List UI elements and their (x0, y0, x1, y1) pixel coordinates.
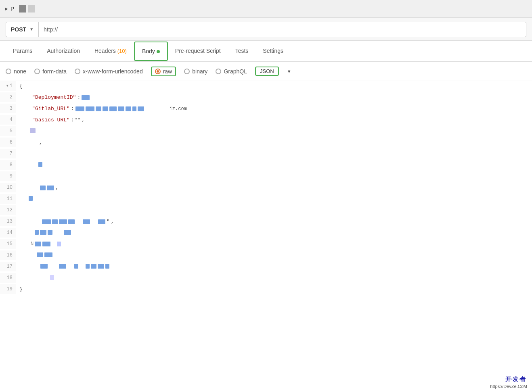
watermark-url: https://DevZe.CoM (490, 384, 527, 389)
redacted-block (52, 219, 58, 224)
code-line-2: 2 "DeploymentID" : (0, 92, 532, 104)
method-dropdown[interactable]: POST ▼ (6, 22, 39, 37)
top-bar: ▶ P (0, 0, 532, 18)
code-line-17: 17 (0, 262, 532, 273)
tab-settings[interactable]: Settings (256, 42, 291, 60)
collapse-icon[interactable]: ▼ (6, 84, 8, 88)
redacted-block (35, 230, 39, 235)
line-num-17: 17 (0, 262, 16, 271)
square-light (28, 5, 35, 13)
radio-none-label: none (14, 68, 26, 75)
redacted-block (59, 264, 66, 269)
line-content-6: , (16, 138, 532, 148)
radio-binary-label: binary (192, 68, 207, 75)
tab-pre-request-label: Pre-request Script (175, 48, 221, 54)
code-line-18: 18 (0, 273, 532, 284)
tab-body[interactable]: Body (134, 42, 168, 61)
redacted-block (30, 128, 36, 133)
radio-form-data-circle (34, 69, 40, 74)
line-content-9 (16, 171, 532, 175)
code-line-15: 15 N (0, 239, 532, 250)
color-squares (19, 5, 35, 13)
redacted-block (64, 230, 71, 235)
headers-badge: (10) (117, 48, 127, 54)
radio-raw[interactable]: raw (151, 67, 176, 76)
body-dot (157, 50, 160, 53)
redacted-block (103, 106, 108, 111)
redacted-block (109, 106, 117, 111)
line-content-8 (16, 160, 532, 169)
redacted-block (42, 219, 51, 224)
line-num-10: 10 (0, 183, 16, 192)
line-num-9: 9 (0, 171, 16, 181)
tab-pre-request[interactable]: Pre-request Script (168, 42, 228, 60)
code-line-5: 5 (0, 126, 532, 138)
redacted-block (118, 106, 124, 111)
line-content-1: { (16, 81, 532, 91)
tab-params[interactable]: Params (6, 42, 40, 60)
tabs-bar: Params Authorization Headers (10) Body P… (0, 41, 532, 62)
line-content-5 (16, 126, 532, 135)
line-content-4: "basics_URL" :"" , (16, 115, 532, 125)
expand-arrow-icon[interactable]: ▶ (5, 6, 8, 11)
redacted-block (91, 264, 96, 269)
redacted-block (47, 186, 54, 190)
redacted-block (138, 106, 144, 111)
redacted-block (82, 95, 90, 100)
line-num-2: 2 (0, 92, 16, 102)
code-line-11: 11 (0, 194, 532, 205)
line-content-14 (16, 228, 532, 237)
radio-x-www-form-label: x-www-form-urlencoded (83, 68, 143, 75)
code-line-8: 8 (0, 160, 532, 171)
code-line-19: 19 } (0, 284, 532, 296)
radio-none[interactable]: none (6, 68, 26, 75)
line-num-13: 13 (0, 217, 16, 226)
line-num-5: 5 (0, 126, 16, 136)
radio-form-data[interactable]: form-data (34, 68, 67, 75)
line-content-3: "Gitlab_URL" : iz.com (16, 104, 532, 114)
body-type-selector: none form-data x-www-form-urlencoded raw… (0, 62, 532, 81)
tab-headers-label: Headers (94, 48, 117, 54)
tab-headers[interactable]: Headers (10) (87, 42, 134, 60)
tab-body-label: Body (142, 48, 155, 54)
chevron-down-icon: ▼ (29, 27, 34, 31)
main-content: ▶ P POST ▼ Params Authorization Headers … (0, 0, 532, 392)
tab-tests[interactable]: Tests (228, 42, 256, 60)
redacted-block (75, 106, 84, 111)
code-editor[interactable]: ▼ 1 { 2 "DeploymentID" : 3 "Gitlab_URL" … (0, 81, 532, 392)
radio-graphql-circle (216, 69, 221, 74)
tab-authorization[interactable]: Authorization (40, 42, 87, 60)
radio-raw-label: raw (163, 68, 172, 75)
format-dropdown-arrow[interactable]: ▼ (287, 69, 291, 74)
redacted-block (132, 106, 136, 111)
radio-form-data-label: form-data (42, 68, 67, 75)
redacted-block (29, 196, 33, 201)
radio-x-www-form[interactable]: x-www-form-urlencoded (75, 68, 143, 75)
code-line-9: 9 (0, 171, 532, 183)
line-content-10: , (16, 183, 532, 193)
radio-graphql[interactable]: GraphQL (216, 68, 247, 75)
line-num-14: 14 (0, 228, 16, 238)
radio-binary[interactable]: binary (184, 68, 207, 75)
tab-tests-label: Tests (235, 48, 249, 54)
line-content-13: " , (16, 217, 532, 227)
line-num-4: 4 (0, 115, 16, 125)
redacted-block (48, 230, 52, 235)
code-line-3: 3 "Gitlab_URL" : iz.com (0, 104, 532, 115)
redacted-block (37, 252, 43, 257)
url-input[interactable] (39, 22, 526, 37)
redacted-block (57, 242, 61, 246)
tab-settings-label: Settings (263, 48, 283, 54)
code-line-14: 14 (0, 228, 532, 239)
line-num-8: 8 (0, 160, 16, 170)
line-num-18: 18 (0, 273, 16, 283)
redacted-block (83, 219, 90, 224)
code-line-7: 7 (0, 149, 532, 160)
method-label: POST (11, 26, 26, 33)
code-line-6: 6 , (0, 138, 532, 149)
code-line-13: 13 " , (0, 217, 532, 228)
json-format-badge[interactable]: JSON (255, 67, 279, 76)
url-bar: POST ▼ (0, 18, 532, 41)
watermark-chinese: 开·发·者 (490, 375, 527, 384)
redacted-block (68, 219, 75, 224)
